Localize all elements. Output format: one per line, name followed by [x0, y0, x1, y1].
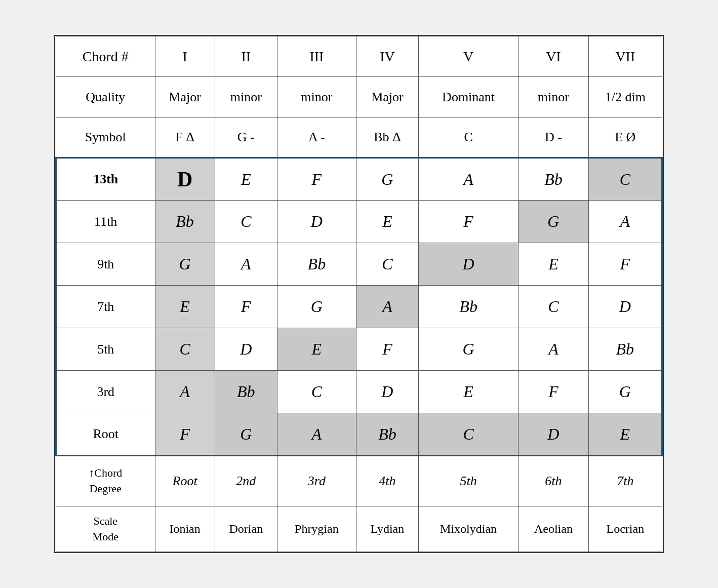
eleventh-label: 11th — [56, 201, 155, 243]
row-13th: 13th D E F G A Bb C — [56, 158, 662, 201]
scale-IV: Lydian — [356, 506, 418, 552]
seventh-II: F — [215, 286, 277, 328]
row-root: Root F G A Bb C D E — [56, 413, 662, 456]
third-I: A — [155, 371, 215, 413]
quality-III: minor — [277, 77, 356, 117]
third-label: 3rd — [56, 371, 155, 413]
col-header-VI: VI — [518, 36, 588, 77]
ninth-V: D — [419, 243, 518, 286]
degree-IV: 4th — [356, 456, 418, 506]
ninth-III: Bb — [277, 243, 356, 286]
degree-V: 5th — [419, 456, 518, 506]
third-IV: D — [356, 371, 418, 413]
root-I: F — [155, 413, 215, 456]
eleventh-II: C — [215, 201, 277, 243]
ninth-VI: E — [518, 243, 588, 286]
row-quality: Quality Major minor minor Major Dominant… — [56, 77, 662, 117]
col-header-III: III — [277, 36, 356, 77]
degree-I: Root — [155, 456, 215, 506]
third-VI: F — [518, 371, 588, 413]
root-V: C — [419, 413, 518, 456]
quality-I: Major — [155, 77, 215, 117]
row-degree: ↑ChordDegree Root 2nd 3rd 4th 5th 6th 7t… — [56, 456, 662, 506]
scale-VII: Locrian — [588, 506, 662, 552]
root-IV: Bb — [356, 413, 418, 456]
root-label: Root — [56, 413, 155, 456]
ninth-IV: C — [356, 243, 418, 286]
chord-table: Chord # I II III IV V VI VII Quality Maj… — [55, 36, 663, 552]
seventh-VI: C — [518, 286, 588, 328]
degree-VII: 7th — [588, 456, 662, 506]
eleventh-VI: G — [518, 201, 588, 243]
ninth-label: 9th — [56, 243, 155, 286]
eleventh-III: D — [277, 201, 356, 243]
degree-label: ↑ChordDegree — [56, 456, 155, 506]
row-3rd: 3rd A Bb C D E F G — [56, 371, 662, 413]
root-VII: E — [588, 413, 662, 456]
fifth-II: D — [215, 328, 277, 371]
scale-V: Mixolydian — [419, 506, 518, 552]
scale-II: Dorian — [215, 506, 277, 552]
symbol-label: Symbol — [56, 117, 155, 158]
symbol-II: G - — [215, 117, 277, 158]
eleventh-IV: E — [356, 201, 418, 243]
thirteenth-VII: C — [588, 158, 662, 201]
symbol-V: C — [419, 117, 518, 158]
third-II: Bb — [215, 371, 277, 413]
quality-VI: minor — [518, 77, 588, 117]
degree-VI: 6th — [518, 456, 588, 506]
chord-table-wrapper: Chord # I II III IV V VI VII Quality Maj… — [54, 35, 664, 553]
fifth-VII: Bb — [588, 328, 662, 371]
third-VII: G — [588, 371, 662, 413]
scale-label: ScaleMode — [56, 506, 155, 552]
thirteenth-II: E — [215, 158, 277, 201]
fifth-VI: A — [518, 328, 588, 371]
seventh-label: 7th — [56, 286, 155, 328]
row-5th: 5th C D E F G A Bb — [56, 328, 662, 371]
scale-III: Phrygian — [277, 506, 356, 552]
row-symbol: Symbol F Δ G - A - Bb Δ C D - E Ø — [56, 117, 662, 158]
fifth-V: G — [419, 328, 518, 371]
col-header-I: I — [155, 36, 215, 77]
seventh-I: E — [155, 286, 215, 328]
ninth-VII: F — [588, 243, 662, 286]
row-9th: 9th G A Bb C D E F — [56, 243, 662, 286]
col-header-VII: VII — [588, 36, 662, 77]
third-V: E — [419, 371, 518, 413]
seventh-VII: D — [588, 286, 662, 328]
seventh-V: Bb — [419, 286, 518, 328]
quality-label: Quality — [56, 77, 155, 117]
eleventh-VII: A — [588, 201, 662, 243]
row-7th: 7th E F G A Bb C D — [56, 286, 662, 328]
row-scale: ScaleMode Ionian Dorian Phrygian Lydian … — [56, 506, 662, 552]
quality-II: minor — [215, 77, 277, 117]
root-III: A — [277, 413, 356, 456]
chord-num-label: Chord # — [56, 36, 155, 77]
ninth-II: A — [215, 243, 277, 286]
thirteenth-I: D — [155, 158, 215, 201]
quality-IV: Major — [356, 77, 418, 117]
root-VI: D — [518, 413, 588, 456]
degree-III: 3rd — [277, 456, 356, 506]
thirteenth-VI: Bb — [518, 158, 588, 201]
seventh-IV: A — [356, 286, 418, 328]
degree-II: 2nd — [215, 456, 277, 506]
quality-V: Dominant — [419, 77, 518, 117]
symbol-VI: D - — [518, 117, 588, 158]
quality-VII: 1/2 dim — [588, 77, 662, 117]
col-header-V: V — [419, 36, 518, 77]
symbol-III: A - — [277, 117, 356, 158]
ninth-I: G — [155, 243, 215, 286]
root-II: G — [215, 413, 277, 456]
eleventh-V: F — [419, 201, 518, 243]
fifth-III: E — [277, 328, 356, 371]
eleventh-I: Bb — [155, 201, 215, 243]
fifth-label: 5th — [56, 328, 155, 371]
thirteenth-III: F — [277, 158, 356, 201]
row-11th: 11th Bb C D E F G A — [56, 201, 662, 243]
symbol-IV: Bb Δ — [356, 117, 418, 158]
fifth-IV: F — [356, 328, 418, 371]
col-header-II: II — [215, 36, 277, 77]
col-header-IV: IV — [356, 36, 418, 77]
row-chord-num: Chord # I II III IV V VI VII — [56, 36, 662, 77]
